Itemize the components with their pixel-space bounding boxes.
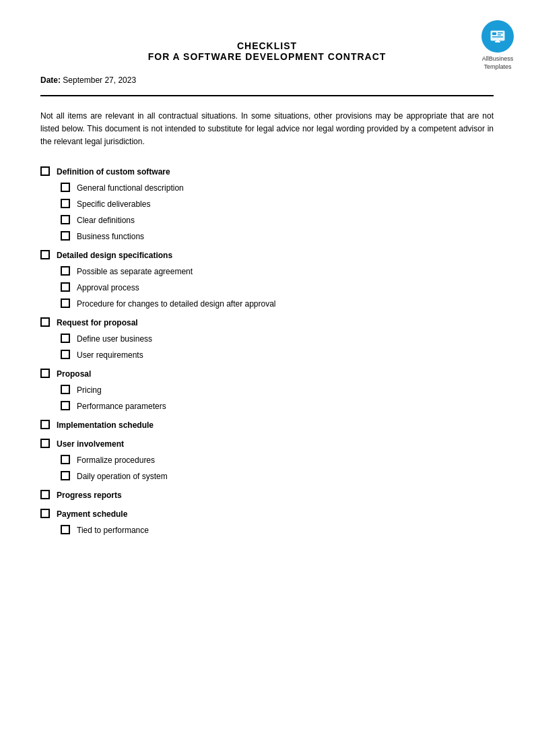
checklist-item-procedure-changes[interactable]: Procedure for changes to detailed design…	[61, 298, 494, 310]
svg-rect-5	[492, 36, 503, 38]
section-user-involvement: User involvementFormalize proceduresDail…	[40, 438, 494, 482]
checkbox-possible-separate[interactable]	[61, 266, 70, 276]
section-detailed-design: Detailed design specificationsPossible a…	[40, 249, 494, 310]
checklist-item-business-functions[interactable]: Business functions	[61, 230, 494, 243]
item-label-possible-separate: Possible as separate agreement	[77, 265, 193, 278]
item-label-clear-definitions: Clear definitions	[77, 214, 135, 226]
item-label-specific-deliverables: Specific deliverables	[77, 198, 150, 210]
section-payment-schedule: Payment scheduleTied to performance	[40, 508, 494, 536]
sub-items-detailed-design: Possible as separate agreementApproval p…	[40, 265, 494, 310]
checklist-item-payment-schedule[interactable]: Payment schedule	[40, 508, 494, 520]
intro-text: Not all items are relevant in all contra…	[40, 110, 494, 149]
sub-items-proposal: PricingPerformance parameters	[40, 384, 494, 412]
date-label: Date:	[40, 75, 61, 85]
checklist-item-formalize-procedures[interactable]: Formalize procedures	[61, 454, 494, 466]
checklist-item-general-functional[interactable]: General functional description	[61, 182, 494, 194]
checklist-item-performance-parameters[interactable]: Performance parameters	[61, 400, 494, 412]
checkbox-tied-performance[interactable]	[61, 525, 70, 534]
checklist-item-tied-performance[interactable]: Tied to performance	[61, 524, 494, 536]
checkbox-user-involvement[interactable]	[40, 439, 50, 448]
checkbox-performance-parameters[interactable]	[61, 401, 70, 410]
section-implementation-schedule: Implementation schedule	[40, 419, 494, 431]
item-label-daily-operation: Daily operation of system	[77, 470, 168, 482]
item-label-define-user: Define user business	[77, 333, 152, 345]
item-label-pricing: Pricing	[77, 384, 102, 396]
title-main: CHECKLIST	[40, 40, 494, 51]
checkbox-proposal[interactable]	[40, 369, 50, 378]
checkbox-approval-process[interactable]	[61, 282, 70, 292]
document-title: CHECKLIST FOR A SOFTWARE DEVELOPMENT CON…	[40, 40, 494, 62]
section-definition: Definition of custom softwareGeneral fun…	[40, 166, 494, 243]
logo-text: AllBusiness Templates	[482, 55, 514, 71]
svg-rect-3	[498, 32, 503, 34]
checkbox-specific-deliverables[interactable]	[61, 199, 70, 208]
sub-items-definition: General functional descriptionSpecific d…	[40, 182, 494, 243]
section-request-proposal: Request for proposalDefine user business…	[40, 317, 494, 361]
section-proposal: ProposalPricingPerformance parameters	[40, 368, 494, 412]
logo-area: AllBusiness Templates	[481, 20, 514, 71]
checklist-item-definition[interactable]: Definition of custom software	[40, 166, 494, 178]
checklist-item-request-proposal[interactable]: Request for proposal	[40, 317, 494, 329]
item-label-approval-process: Approval process	[77, 282, 139, 294]
checkbox-general-functional[interactable]	[61, 183, 70, 192]
item-label-business-functions: Business functions	[77, 230, 144, 243]
checkbox-definition[interactable]	[40, 166, 50, 176]
checkbox-formalize-procedures[interactable]	[61, 455, 70, 464]
svg-rect-7	[496, 40, 499, 42]
item-label-request-proposal: Request for proposal	[57, 317, 138, 329]
item-label-user-involvement: User involvement	[57, 438, 124, 450]
svg-rect-4	[498, 34, 501, 36]
checklist-item-pricing[interactable]: Pricing	[61, 384, 494, 396]
sub-items-payment-schedule: Tied to performance	[40, 524, 494, 536]
sub-items-user-involvement: Formalize proceduresDaily operation of s…	[40, 454, 494, 482]
item-label-proposal: Proposal	[57, 368, 91, 380]
svg-rect-2	[492, 32, 496, 35]
date-line: Date: September 27, 2023	[40, 75, 494, 85]
checklist-item-possible-separate[interactable]: Possible as separate agreement	[61, 265, 494, 278]
checkbox-request-proposal[interactable]	[40, 317, 50, 327]
checklist-item-daily-operation[interactable]: Daily operation of system	[61, 470, 494, 482]
sub-items-request-proposal: Define user businessUser requirements	[40, 333, 494, 361]
item-label-implementation-schedule: Implementation schedule	[57, 419, 154, 431]
checkbox-implementation-schedule[interactable]	[40, 420, 50, 429]
item-label-procedure-changes: Procedure for changes to detailed design…	[77, 298, 276, 310]
title-sub: FOR A SOFTWARE DEVELOPMENT CONTRACT	[40, 51, 494, 62]
checkbox-user-requirements[interactable]	[61, 350, 70, 359]
checkbox-daily-operation[interactable]	[61, 471, 70, 480]
item-label-performance-parameters: Performance parameters	[77, 400, 166, 412]
checkbox-progress-reports[interactable]	[40, 490, 50, 499]
item-label-user-requirements: User requirements	[77, 349, 143, 361]
item-label-tied-performance: Tied to performance	[77, 524, 149, 536]
checklist-item-specific-deliverables[interactable]: Specific deliverables	[61, 198, 494, 210]
date-value: September 27, 2023	[63, 75, 136, 85]
section-progress-reports: Progress reports	[40, 489, 494, 501]
logo-icon	[481, 20, 514, 53]
divider	[40, 95, 494, 96]
checkbox-pricing[interactable]	[61, 385, 70, 394]
checkbox-define-user[interactable]	[61, 334, 70, 343]
checklist-item-define-user[interactable]: Define user business	[61, 333, 494, 345]
checklist-container: Definition of custom softwareGeneral fun…	[40, 166, 494, 536]
checklist-item-detailed-design[interactable]: Detailed design specifications	[40, 249, 494, 261]
item-label-detailed-design: Detailed design specifications	[57, 249, 172, 261]
item-label-formalize-procedures: Formalize procedures	[77, 454, 155, 466]
checkbox-clear-definitions[interactable]	[61, 215, 70, 224]
checklist-item-clear-definitions[interactable]: Clear definitions	[61, 214, 494, 226]
checklist-item-approval-process[interactable]: Approval process	[61, 282, 494, 294]
checkbox-procedure-changes[interactable]	[61, 298, 70, 308]
document-page: AllBusiness Templates CHECKLIST FOR A SO…	[0, 0, 534, 756]
checklist-item-user-involvement[interactable]: User involvement	[40, 438, 494, 450]
checklist-item-proposal[interactable]: Proposal	[40, 368, 494, 380]
checklist-item-user-requirements[interactable]: User requirements	[61, 349, 494, 361]
svg-rect-0	[490, 30, 505, 41]
item-label-payment-schedule: Payment schedule	[57, 508, 127, 520]
checklist-item-progress-reports[interactable]: Progress reports	[40, 489, 494, 501]
item-label-progress-reports: Progress reports	[57, 489, 122, 501]
item-label-definition: Definition of custom software	[57, 166, 170, 178]
item-label-general-functional: General functional description	[77, 182, 184, 194]
checklist-item-implementation-schedule[interactable]: Implementation schedule	[40, 419, 494, 431]
checkbox-payment-schedule[interactable]	[40, 509, 50, 518]
checkbox-business-functions[interactable]	[61, 231, 70, 241]
checkbox-detailed-design[interactable]	[40, 250, 50, 259]
